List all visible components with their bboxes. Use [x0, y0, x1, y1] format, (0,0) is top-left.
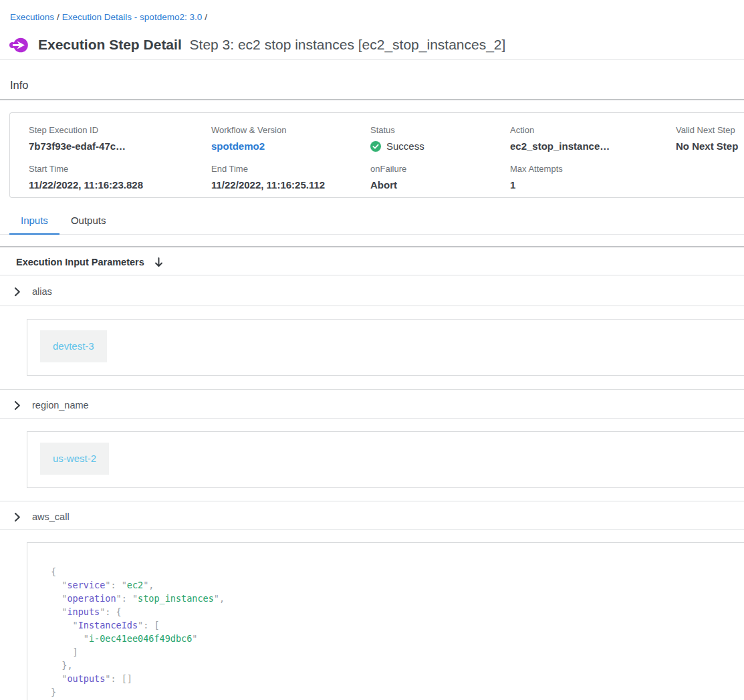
- field-valid-next-step: Valid Next Step No Next Step: [676, 125, 744, 152]
- chevron-right-icon: [13, 287, 21, 297]
- field-step-execution-id: Step Execution ID 7b73f93e-edaf-47c…: [29, 125, 211, 152]
- field-label: Step Execution ID: [29, 125, 211, 136]
- section-label: region_name: [32, 398, 89, 412]
- aws-call-code-box: { "service": "ec2", "operation": "stop_i…: [27, 542, 744, 700]
- field-empty: [676, 164, 744, 191]
- chevron-right-icon: [13, 400, 21, 411]
- region-name-value-chip: us-west-2: [40, 443, 109, 475]
- divider: [0, 501, 744, 501]
- status-text: Success: [386, 140, 424, 152]
- breadcrumb-link-executions[interactable]: Executions: [10, 12, 54, 22]
- alias-value-box: devtest-3: [27, 319, 744, 376]
- step-info-grid: Step Execution ID 7b73f93e-edaf-47c… Wor…: [10, 113, 744, 197]
- field-value: 1: [510, 179, 676, 191]
- field-max-attempts: Max Attempts 1: [510, 164, 676, 191]
- page-title-step: Step 3: ec2 stop instances [ec2_stop_ins…: [190, 37, 506, 52]
- tab-outputs[interactable]: Outputs: [59, 215, 118, 234]
- divider: [0, 246, 744, 247]
- field-value: 7b73f93e-edaf-47c…: [29, 140, 211, 152]
- field-value: 11/22/2022, 11:16:23.828: [29, 179, 211, 191]
- field-value: 11/22/2022, 11:16:25.112: [211, 179, 370, 191]
- field-value: Abort: [370, 179, 510, 191]
- alias-value-chip: devtest-3: [40, 330, 107, 362]
- divider: [0, 306, 744, 306]
- divider: [0, 418, 744, 419]
- success-check-icon: [370, 141, 381, 152]
- brand-logo-icon: [9, 36, 28, 54]
- field-label: onFailure: [370, 164, 510, 174]
- execution-input-parameters-label: Execution Input Parameters: [16, 256, 144, 268]
- section-header-aws-call[interactable]: aws_call: [13, 510, 744, 523]
- step-info-card: Step Execution ID 7b73f93e-edaf-47c… Wor…: [9, 112, 744, 198]
- divider: [0, 60, 744, 60]
- sort-descending-arrow-icon[interactable]: [154, 257, 164, 268]
- breadcrumb-separator: /: [54, 12, 62, 22]
- section-header-alias[interactable]: alias: [13, 285, 744, 298]
- field-label: Start Time: [29, 164, 211, 174]
- aws-call-code: { "service": "ec2", "operation": "stop_i…: [51, 565, 744, 699]
- breadcrumb-separator: /: [202, 12, 210, 22]
- section-label: aws_call: [32, 510, 70, 523]
- section-label: alias: [32, 285, 52, 298]
- field-value: ec2_stop_instance…: [510, 140, 676, 152]
- field-start-time: Start Time 11/22/2022, 11:16:23.828: [29, 164, 211, 191]
- field-onfailure: onFailure Abort: [370, 164, 510, 191]
- field-end-time: End Time 11/22/2022, 11:16:25.112: [211, 164, 370, 191]
- field-label: Workflow & Version: [211, 125, 370, 136]
- field-value: No Next Step: [676, 140, 744, 152]
- page-title-main: Execution Step Detail: [38, 37, 182, 52]
- field-label: Max Attempts: [510, 164, 676, 174]
- divider: [0, 99, 744, 100]
- page-title-row: Execution Step Detail Step 3: ec2 stop i…: [9, 35, 744, 54]
- tab-bar: Inputs Outputs: [0, 215, 744, 235]
- tab-inputs[interactable]: Inputs: [9, 215, 59, 235]
- field-label: End Time: [211, 164, 370, 174]
- field-label: Valid Next Step: [676, 125, 744, 136]
- chevron-right-icon: [13, 512, 21, 522]
- divider: [0, 529, 744, 530]
- breadcrumb-link-execution-details[interactable]: Execution Details - spotdemo2: 3.0: [62, 12, 202, 22]
- divider: [0, 275, 744, 275]
- field-action: Action ec2_stop_instance…: [510, 125, 676, 152]
- divider: [0, 389, 744, 390]
- section-header-region-name[interactable]: region_name: [13, 398, 744, 412]
- field-status: Status Success: [370, 125, 510, 152]
- page-title: Execution Step Detail Step 3: ec2 stop i…: [38, 35, 505, 54]
- field-label: Status: [370, 125, 510, 136]
- workflow-link[interactable]: spotdemo2: [211, 140, 265, 152]
- execution-input-parameters-header: Execution Input Parameters: [16, 256, 744, 268]
- region-name-value-box: us-west-2: [27, 431, 744, 488]
- field-workflow-version: Workflow & Version spotdemo2: [211, 125, 370, 152]
- field-label: Action: [510, 125, 676, 136]
- info-heading: Info: [10, 78, 744, 92]
- breadcrumb: Executions/Execution Details - spotdemo2…: [0, 0, 744, 23]
